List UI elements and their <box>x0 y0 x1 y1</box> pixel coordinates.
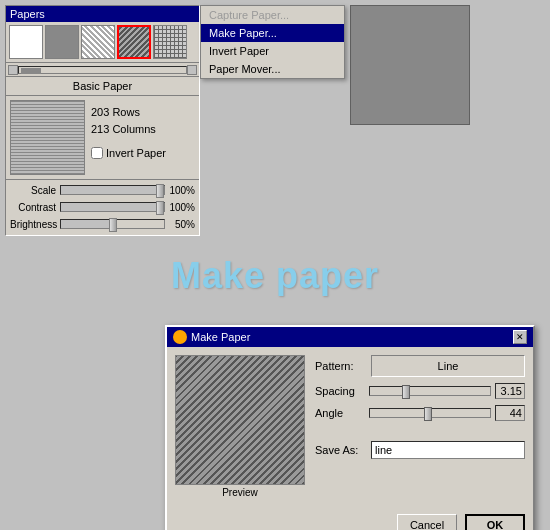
paper-info: 203 Rows 213 Columns Invert Paper <box>91 100 166 175</box>
pattern-field-row: Pattern: Line <box>315 355 525 377</box>
menu-make-label: Make Paper... <box>209 27 277 39</box>
spacing-value: 3.15 <box>495 383 525 399</box>
paper-preview-area: 203 Rows 213 Columns Invert Paper <box>6 96 199 179</box>
spacing-slider-row: Spacing 3.15 <box>315 383 525 399</box>
ok-button[interactable]: OK <box>465 514 525 530</box>
scale-value: 100% <box>167 185 195 196</box>
scale-slider-row: Scale 100% <box>10 182 195 198</box>
papers-panel: Papers Basic Paper 203 Rows 213 Columns … <box>5 5 200 236</box>
paper-thumb-1[interactable] <box>9 25 43 59</box>
dialog-title-text: Make Paper <box>191 331 250 343</box>
paper-thumb-2[interactable] <box>45 25 79 59</box>
spacing-label: Spacing <box>315 385 365 397</box>
pattern-value: Line <box>438 360 459 372</box>
brightness-value: 50% <box>167 219 195 230</box>
menu-item-make[interactable]: Make Paper... <box>201 24 344 42</box>
angle-slider-row: Angle 44 <box>315 405 525 421</box>
dialog-content: Preview Pattern: Line Spacing 3.15 Angle <box>167 347 533 510</box>
dialog-right-col: Pattern: Line Spacing 3.15 Angle <box>315 355 525 502</box>
angle-label: Angle <box>315 407 365 419</box>
spacing-slider[interactable] <box>369 386 491 396</box>
menu-item-capture[interactable]: Capture Paper... <box>201 6 344 24</box>
brightness-slider-row: Brightness 50% <box>10 216 195 232</box>
contrast-slider-row: Contrast 100% <box>10 199 195 215</box>
cancel-button[interactable]: Cancel <box>397 514 457 530</box>
angle-slider[interactable] <box>369 408 491 418</box>
pattern-button[interactable]: Line <box>371 355 525 377</box>
paper-thumb-3[interactable] <box>81 25 115 59</box>
dialog-close-button[interactable]: ✕ <box>513 330 527 344</box>
invert-label: Invert Paper <box>106 147 166 159</box>
save-as-row: Save As: <box>315 441 525 459</box>
paper-thumb-4[interactable] <box>117 25 151 59</box>
save-as-label: Save As: <box>315 444 365 456</box>
scale-label: Scale <box>10 185 58 196</box>
menu-item-invert[interactable]: Invert Paper <box>201 42 344 60</box>
cols-count: 213 Columns <box>91 121 166 138</box>
dropdown-menu: Capture Paper... Make Paper... Invert Pa… <box>200 5 345 79</box>
big-title: Make paper <box>171 255 379 297</box>
paper-thumb-5[interactable] <box>153 25 187 59</box>
spacing-thumb[interactable] <box>402 385 410 399</box>
papers-title: Papers <box>10 8 45 20</box>
pattern-label: Pattern: <box>315 360 365 372</box>
dialog-title-container: Make Paper <box>173 330 250 344</box>
contrast-slider[interactable] <box>60 202 165 212</box>
sliders-section: Scale 100% Contrast 100% Brightness 50% <box>6 179 199 235</box>
make-paper-dialog: Make Paper ✕ Preview Pattern: Line Spaci… <box>165 325 535 530</box>
brightness-slider[interactable] <box>60 219 165 229</box>
paper-preview <box>10 100 85 175</box>
menu-item-mover[interactable]: Paper Mover... <box>201 60 344 78</box>
invert-check-container[interactable]: Invert Paper <box>91 147 166 159</box>
rows-info: 203 Rows 213 Columns <box>91 104 166 137</box>
contrast-value: 100% <box>167 202 195 213</box>
contrast-label: Contrast <box>10 202 58 213</box>
dialog-preview-image <box>175 355 305 485</box>
menu-capture-label: Capture Paper... <box>209 9 289 21</box>
rows-count: 203 Rows <box>91 104 166 121</box>
dialog-preview-label: Preview <box>175 487 305 502</box>
angle-value: 44 <box>495 405 525 421</box>
menu-invert-label: Invert Paper <box>209 45 269 57</box>
angle-thumb[interactable] <box>424 407 432 421</box>
dialog-buttons: Cancel OK <box>167 510 533 530</box>
dialog-title-icon <box>173 330 187 344</box>
scroll-track[interactable] <box>18 66 187 74</box>
gray-preview-box <box>350 5 470 125</box>
cancel-label: Cancel <box>410 519 444 530</box>
ok-label: OK <box>487 519 504 530</box>
invert-checkbox[interactable] <box>91 147 103 159</box>
scroll-bar[interactable] <box>6 63 199 77</box>
papers-titlebar: Papers <box>6 6 199 22</box>
paper-name: Basic Paper <box>6 77 199 96</box>
scale-slider[interactable] <box>60 185 165 195</box>
save-as-input[interactable] <box>371 441 525 459</box>
dialog-left-col: Preview <box>175 355 305 502</box>
brightness-label: Brightness <box>10 219 58 230</box>
thumbnail-row <box>6 22 199 63</box>
dialog-titlebar: Make Paper ✕ <box>167 327 533 347</box>
menu-mover-label: Paper Mover... <box>209 63 281 75</box>
